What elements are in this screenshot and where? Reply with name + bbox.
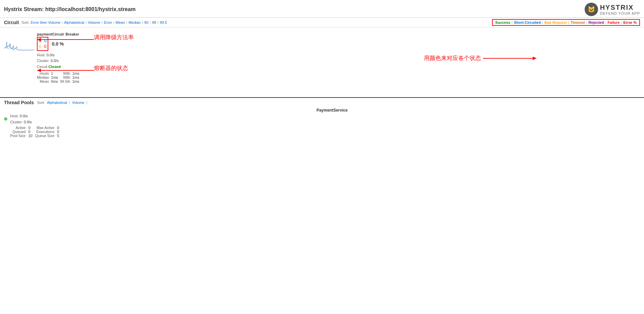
count-short: 0 — [44, 38, 46, 44]
sort-volume[interactable]: Volume — [88, 20, 100, 24]
active-label: Active — [10, 126, 25, 130]
queue-size-value: 5 — [57, 134, 59, 138]
cluster-rate: 0.0/s — [51, 59, 59, 63]
status-timeout: Timeout — [571, 20, 585, 24]
error-rate: 0.0 % — [52, 41, 64, 47]
status-rejected: Rejected — [589, 20, 604, 24]
circuit-card: paymentCircuit Breaker 0 0 0 0 0 — [4, 30, 640, 85]
pool-host-label: Host: — [10, 114, 20, 118]
tp-sort-alphabetical[interactable]: Alphabetical — [47, 101, 67, 105]
status-failure: Failure — [607, 20, 620, 24]
circuit-info: paymentCircuit Breaker 0 0 0 0 0 — [37, 32, 81, 83]
sort-99[interactable]: 99 — [152, 20, 156, 24]
sort-error[interactable]: Error — [104, 20, 112, 24]
thread-pool-header: Thread Pools Sort: Alphabetical | Volume… — [0, 99, 644, 106]
median-label: Median — [37, 75, 49, 79]
circuit-counts-box: 0 0 0 0 — [37, 37, 48, 51]
queued-label: Queued — [10, 130, 25, 134]
circuit-counts-row: 0 0 0 0 0.0 % — [37, 37, 81, 51]
median-value: 1ms — [51, 75, 58, 79]
status-success: Success — [495, 20, 511, 24]
p99-5-value: 1ms — [72, 79, 79, 83]
status-short-circuited: Short-Circuited — [514, 20, 541, 24]
brand-name: HYSTRIX — [600, 4, 640, 11]
circuit-status: Closed — [48, 65, 61, 69]
circuit-main-content: paymentCircuit Breaker 0 0 0 0 0 — [0, 27, 644, 95]
circuit-name: paymentCircuit — [37, 32, 64, 36]
host-rate: 0.0/s — [47, 53, 55, 57]
pool-cluster-label: Cluster: — [10, 120, 24, 124]
thread-pool-title: Thread Pools — [4, 100, 34, 105]
sort-90[interactable]: 90 — [144, 20, 148, 24]
pool-host-rate-row: Host: 0.0/s — [10, 113, 59, 119]
hystrix-logo-text: HYSTRIX DEFEND YOUR APP — [600, 4, 640, 15]
status-bad-request: Bad Request — [544, 20, 567, 24]
circuit-label: Circuit — [37, 65, 48, 69]
sort-alphabetical[interactable]: Alphabetical — [64, 20, 84, 24]
tp-sort-volume[interactable]: Volume — [72, 101, 85, 105]
circuit-section-header: Circuit Sort: Error then Volume | Alphab… — [4, 20, 167, 25]
circuit-rates: Host: 0.0/s Cluster: 0.0/s Circuit Close… — [37, 52, 81, 70]
pool-name: PaymentService — [4, 108, 640, 113]
sort-error-volume[interactable]: Error then Volume — [31, 20, 61, 24]
host-label: Host: — [37, 53, 47, 57]
p90-label: 90th — [60, 71, 70, 75]
mean-label: Mean — [37, 79, 49, 83]
pool-host-rate: 0.0/s — [20, 114, 28, 118]
sort-mean[interactable]: Mean — [116, 20, 125, 24]
hystrix-logo-icon: 🐱 — [585, 3, 598, 16]
circuit-section-title: Circuit — [4, 20, 19, 25]
thread-pool-card: PaymentService Host: 0.0/s Cluster: 0.0/… — [0, 108, 644, 138]
status-error-pct: Error % — [623, 20, 637, 24]
status-legend: Success | Short-Circuited | Bad Request … — [492, 19, 640, 26]
circuit-stats: Hosts 1 90th 1ms Median 1ms 99th 1ms Mea… — [37, 71, 81, 83]
hosts-value: 1 — [51, 71, 58, 75]
pool-body: Host: 0.0/s Cluster: 0.0/s Active 0 Max … — [4, 113, 640, 138]
page-header: Hystrix Stream: http://localhost:8001/hy… — [0, 0, 644, 18]
p99-label: 99th — [60, 75, 70, 79]
mean-value: 0ms — [51, 79, 58, 83]
circuit-name-breaker: paymentCircuit Breaker — [37, 32, 81, 36]
executions-value: 0 — [57, 130, 59, 134]
pool-cluster-rate: 0.0/s — [24, 120, 32, 124]
count-bad: 0 — [39, 44, 41, 50]
tp-sort-label: Sort: — [37, 101, 45, 105]
max-active-label: Max Active — [35, 126, 54, 130]
sort-label: Sort: — [21, 20, 29, 24]
pool-cluster-rate-row: Cluster: 0.0/s — [10, 119, 59, 125]
pool-size-label: Pool Size — [10, 134, 25, 138]
pool-rates: Host: 0.0/s Cluster: 0.0/s Active 0 Max … — [10, 113, 59, 138]
count-success: 0 — [39, 38, 41, 44]
p99-value: 1ms — [72, 75, 79, 79]
circuit-breaker-label: Breaker — [65, 32, 79, 36]
cluster-label: Cluster: — [37, 59, 51, 63]
executions-label: Executions — [35, 130, 54, 134]
sort-median[interactable]: Median — [128, 20, 141, 24]
sort-99-5[interactable]: 99.5 — [160, 20, 167, 24]
count-failure: 0 — [44, 44, 46, 50]
active-value: 0 — [28, 126, 32, 130]
hystrix-logo: 🐱 HYSTRIX DEFEND YOUR APP — [585, 3, 640, 16]
p99-5-label: 99.5th — [60, 79, 70, 83]
brand-tagline: DEFEND YOUR APP — [600, 11, 640, 15]
thread-pool-section: Thread Pools Sort: Alphabetical | Volume… — [0, 97, 644, 138]
p90-value: 1ms — [72, 71, 79, 75]
pool-health-indicator — [4, 117, 7, 121]
max-active-value: 0 — [57, 126, 59, 130]
sparkline-chart — [4, 32, 34, 55]
queue-size-label: Queue Size — [35, 134, 54, 138]
pool-size-value: 10 — [28, 134, 32, 138]
hosts-label: Hosts — [37, 71, 49, 75]
sparkline-area — [4, 32, 34, 55]
queued-value: 0 — [28, 130, 32, 134]
pool-stats-grid: Active 0 Max Active 0 Queued 0 Execution… — [10, 126, 59, 138]
page-title: Hystrix Stream: http://localhost:8001/hy… — [4, 6, 136, 12]
